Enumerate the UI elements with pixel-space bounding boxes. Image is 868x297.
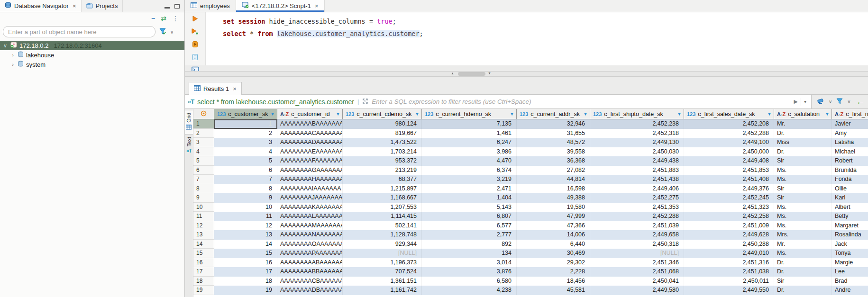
cell-c_current_cdemo_sk[interactable]: 213,219 bbox=[343, 166, 422, 175]
tree-item-system[interactable]: › system bbox=[0, 60, 184, 69]
column-header-c_current_hdemo_sk[interactable]: 123c_current_hdemo_sk▼ bbox=[422, 109, 517, 119]
cell-c_current_addr_sk[interactable]: 29,302 bbox=[517, 258, 590, 268]
cell-c_salutation[interactable]: Sir bbox=[774, 184, 832, 194]
tab-projects[interactable]: Projects bbox=[82, 0, 123, 12]
cell-c_current_cdemo_sk[interactable]: 980,124 bbox=[343, 119, 422, 129]
close-icon[interactable]: × bbox=[315, 2, 319, 9]
cell-c_customer_sk[interactable]: 15 bbox=[214, 249, 277, 258]
cell-c_customer_id[interactable]: AAAAAAAAOAAAAAAA bbox=[277, 240, 343, 249]
cell-c_current_hdemo_sk[interactable]: 6,374 bbox=[422, 166, 517, 175]
cell-c_current_cdemo_sk[interactable]: 68,377 bbox=[343, 175, 422, 184]
cell-c_current_cdemo_sk[interactable]: 1,114,415 bbox=[343, 212, 422, 221]
sql-editor[interactable]: set session hide_inaccessible_columns = … bbox=[185, 12, 868, 65]
cell-c_first_name[interactable]: Lee bbox=[832, 267, 868, 277]
cell-c_current_hdemo_sk[interactable]: 1,404 bbox=[422, 193, 517, 203]
cell-c_salutation[interactable]: Dr. bbox=[774, 258, 832, 268]
cell-c_salutation[interactable]: Ms. bbox=[774, 166, 832, 175]
sort-dropdown-icon[interactable]: ▼ bbox=[270, 111, 275, 117]
cell-c_customer_id[interactable]: AAAAAAAAGAAAAAAA bbox=[277, 166, 343, 175]
cell-c_salutation[interactable]: Mr. bbox=[774, 240, 832, 249]
clear-filter-icon[interactable] bbox=[816, 98, 824, 106]
cell-c_first_shipto_date_sk[interactable]: 2,452,238 bbox=[590, 119, 684, 129]
cell-c_first_shipto_date_sk[interactable]: 2,449,438 bbox=[590, 156, 684, 166]
tab-results-1[interactable]: Results 1 × bbox=[189, 82, 242, 95]
cell-c_customer_id[interactable]: AAAAAAAALAAAAAAA bbox=[277, 212, 343, 221]
row-number[interactable]: 16 bbox=[193, 258, 214, 268]
cell-c_salutation[interactable]: Dr. bbox=[774, 286, 832, 295]
cell-c_first_sales_date_sk[interactable]: 2,451,853 bbox=[684, 166, 774, 175]
cell-c_salutation[interactable]: Ms. bbox=[774, 175, 832, 184]
cell-c_first_name[interactable]: Brad bbox=[832, 277, 868, 286]
cell-c_customer_sk[interactable]: 19 bbox=[214, 286, 277, 295]
column-header-c_first_name[interactable]: A-Zc_first_name▼ bbox=[832, 109, 868, 119]
expand-filter-icon[interactable] bbox=[362, 98, 368, 106]
cell-c_first_shipto_date_sk[interactable]: 2,449,580 bbox=[590, 286, 684, 295]
cell-c_first_shipto_date_sk[interactable]: 2,449,658 bbox=[590, 230, 684, 240]
cell-c_current_cdemo_sk[interactable]: 707,524 bbox=[343, 267, 422, 277]
filter-expression-input[interactable]: «T select * from lakehouse.customer_anal… bbox=[185, 95, 812, 108]
cell-c_salutation[interactable]: Sir bbox=[774, 156, 832, 166]
cell-c_salutation[interactable]: Ms. bbox=[774, 203, 832, 212]
column-header-c_customer_id[interactable]: A-Zc_customer_id▼ bbox=[277, 109, 343, 119]
cell-c_current_addr_sk[interactable]: 47,999 bbox=[517, 212, 590, 221]
cell-c_current_addr_sk[interactable]: 32,946 bbox=[517, 119, 590, 129]
cell-c_first_sales_date_sk[interactable]: 2,451,009 bbox=[684, 221, 774, 231]
cell-c_customer_sk[interactable]: 11 bbox=[214, 212, 277, 221]
previous-page-icon[interactable]: ← bbox=[856, 97, 865, 107]
cell-c_current_hdemo_sk[interactable]: 4,238 bbox=[422, 286, 517, 295]
splitter-down-icon[interactable]: ▾ bbox=[488, 71, 490, 75]
cell-c_current_addr_sk[interactable]: 18,456 bbox=[517, 277, 590, 286]
cell-c_customer_sk[interactable]: 2 bbox=[214, 129, 277, 138]
cell-c_salutation[interactable]: Dr. bbox=[774, 267, 832, 277]
expander-icon[interactable]: › bbox=[10, 62, 15, 67]
cell-c_first_sales_date_sk[interactable]: 2,452,288 bbox=[684, 129, 774, 138]
cell-c_current_addr_sk[interactable]: 45,581 bbox=[517, 286, 590, 295]
cell-c_first_name[interactable]: Andre bbox=[832, 286, 868, 295]
splitter-up-icon[interactable]: ▴ bbox=[451, 71, 453, 75]
cell-c_first_sales_date_sk[interactable]: 2,450,288 bbox=[684, 240, 774, 249]
row-number[interactable]: 1 bbox=[193, 119, 214, 129]
cell-c_first_sales_date_sk[interactable]: 2,449,100 bbox=[684, 138, 774, 147]
cell-c_first_name[interactable]: Margaret bbox=[832, 221, 868, 231]
cell-c_salutation[interactable]: Dr. bbox=[774, 147, 832, 157]
column-header-c_first_sales_date_sk[interactable]: 123c_first_sales_date_sk▼ bbox=[684, 109, 774, 119]
cell-c_customer_sk[interactable]: 10 bbox=[214, 203, 277, 212]
cell-c_first_shipto_date_sk[interactable]: 2,449,130 bbox=[590, 138, 684, 147]
maximize-icon[interactable] bbox=[174, 4, 180, 9]
cell-c_current_addr_sk[interactable]: 14,006 bbox=[517, 230, 590, 240]
row-number[interactable]: 18 bbox=[193, 277, 214, 286]
cell-c_first_shipto_date_sk[interactable]: 2,451,883 bbox=[590, 166, 684, 175]
cell-c_first_shipto_date_sk[interactable]: 2,450,030 bbox=[590, 147, 684, 157]
cell-c_first_sales_date_sk[interactable]: 2,450,000 bbox=[684, 147, 774, 157]
cell-c_current_hdemo_sk[interactable]: 5,143 bbox=[422, 203, 517, 212]
cell-c_customer_id[interactable]: AAAAAAAAKAAAAAAA bbox=[277, 203, 343, 212]
column-header-c_first_shipto_date_sk[interactable]: 123c_first_shipto_date_sk▼ bbox=[590, 109, 684, 119]
cell-c_customer_id[interactable]: AAAAAAAAJAAAAAAA bbox=[277, 193, 343, 203]
cell-c_customer_sk[interactable]: 14 bbox=[214, 240, 277, 249]
cell-c_current_hdemo_sk[interactable]: 6,247 bbox=[422, 138, 517, 147]
expander-icon[interactable]: › bbox=[10, 52, 15, 58]
cell-c_first_name[interactable]: Robert bbox=[832, 156, 868, 166]
row-number[interactable]: 10 bbox=[193, 203, 214, 212]
splitter-grip[interactable] bbox=[458, 72, 485, 76]
cell-c_current_hdemo_sk[interactable]: 6,577 bbox=[422, 221, 517, 231]
filter-objects-icon[interactable] bbox=[159, 28, 166, 36]
row-number[interactable]: 5 bbox=[193, 156, 214, 166]
minimize-icon[interactable] bbox=[164, 7, 170, 9]
chevron-down-icon[interactable]: ∨ bbox=[829, 99, 832, 104]
cell-c_first_sales_date_sk[interactable]: 2,452,245 bbox=[684, 193, 774, 203]
cell-c_first_shipto_date_sk[interactable]: 2,450,318 bbox=[590, 240, 684, 249]
column-header-c_current_cdemo_sk[interactable]: 123c_current_cdemo_sk▼ bbox=[343, 109, 422, 119]
tree-item-lakehouse[interactable]: › lakehouse bbox=[0, 50, 184, 60]
tab-script-1[interactable]: <172.18.0.2> Script-1 × bbox=[236, 0, 325, 12]
cell-c_first_name[interactable]: Rosalinda bbox=[832, 230, 868, 240]
cell-c_first_shipto_date_sk[interactable]: 2,451,346 bbox=[590, 258, 684, 268]
cell-c_salutation[interactable]: Dr. bbox=[774, 129, 832, 138]
cell-c_customer_id[interactable]: AAAAAAAABBAAAAAA bbox=[277, 267, 343, 277]
cell-c_first_shipto_date_sk[interactable]: 2,450,041 bbox=[590, 277, 684, 286]
cell-c_first_shipto_date_sk[interactable]: 2,451,353 bbox=[590, 203, 684, 212]
cell-c_first_sales_date_sk[interactable]: 2,449,550 bbox=[684, 286, 774, 295]
cell-c_first_sales_date_sk[interactable]: 2,451,316 bbox=[684, 258, 774, 268]
cell-c_first_shipto_date_sk[interactable]: 2,451,039 bbox=[590, 221, 684, 231]
cell-c_customer_id[interactable]: AAAAAAAACBAAAAAA bbox=[277, 277, 343, 286]
